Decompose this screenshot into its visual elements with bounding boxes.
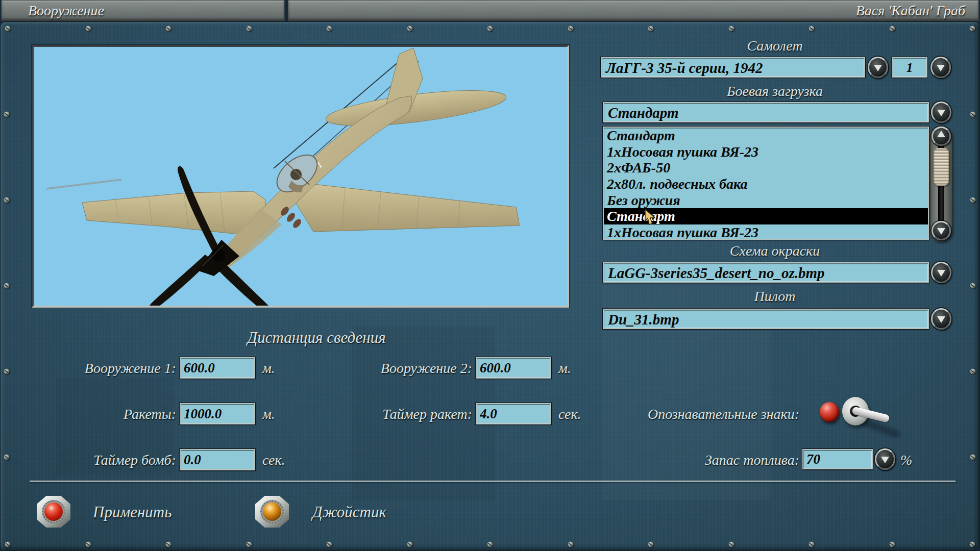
rivet-icon: [4, 283, 10, 289]
arrow-down-icon: [937, 110, 945, 120]
loadout-option[interactable]: Стандарт: [604, 128, 928, 144]
rivet-icon: [970, 112, 976, 117]
arrow-up-icon: [937, 131, 945, 137]
aircraft-preview: 1: [32, 45, 569, 308]
rivet-icon: [889, 26, 895, 32]
apply-button[interactable]: [37, 496, 70, 528]
weapon2-input[interactable]: [476, 357, 551, 379]
fuel-input[interactable]: [802, 449, 873, 469]
rockets-input[interactable]: [180, 403, 255, 424]
bomb-timer-label: Таймер бомб:: [31, 452, 176, 468]
scrollbar-thumb[interactable]: [934, 148, 949, 186]
pilot-name: Вася 'Кабан' Граб: [856, 3, 965, 19]
aircraft-section-label: Самолет: [747, 38, 802, 54]
weapon2-unit: м.: [558, 360, 571, 377]
scroll-down-button[interactable]: [932, 221, 951, 240]
pilot-section-label: Пилот: [754, 288, 796, 305]
arrow-down-icon: [874, 65, 882, 76]
loadout-options-list: Стандарт 1xНосовая пушка ВЯ-23 2xФАБ-50 …: [603, 127, 929, 240]
convergence-heading: Дистанция сведения: [247, 329, 385, 347]
rivet-icon: [970, 369, 976, 374]
rocket-timer-unit: сек.: [558, 406, 581, 422]
arrow-down-icon: [937, 65, 945, 76]
rivet-icon: [5, 542, 11, 547]
apply-button-label[interactable]: Применить: [93, 503, 172, 521]
rivet-icon: [85, 542, 91, 547]
rivet-icon: [970, 197, 976, 203]
fuel-unit: %: [900, 452, 912, 468]
loadout-select-arrow-button[interactable]: [931, 102, 951, 123]
loadout-option[interactable]: Без оружия: [604, 192, 928, 209]
arrow-down-icon: [937, 270, 945, 281]
arrow-down-icon: [937, 316, 945, 327]
rivet-icon: [327, 542, 332, 547]
pilot-select-arrow-button[interactable]: [931, 308, 951, 330]
rivet-icon: [809, 26, 815, 32]
rivet-icon: [407, 26, 412, 32]
aircraft-select[interactable]: ЛаГГ-3 35-й серии, 1942: [601, 57, 865, 78]
aircraft-image: 1: [34, 47, 567, 306]
weapon1-unit: м.: [262, 360, 275, 377]
rockets-unit: м.: [262, 406, 275, 422]
bomb-timer-input[interactable]: [180, 449, 255, 470]
rivet-icon: [4, 369, 10, 374]
loadout-select[interactable]: Стандарт: [603, 102, 929, 122]
loadout-section-label: Боевая загрузка: [727, 83, 823, 99]
rivet-icon: [4, 455, 10, 460]
weapon1-label: Вооружение 1:: [31, 360, 176, 377]
aircraft-select-arrow-button[interactable]: [868, 57, 888, 78]
fuel-label: Запас топлива:: [653, 452, 799, 468]
rivet-icon: [407, 542, 412, 547]
rivet-icon: [648, 26, 654, 32]
rivet-icon: [166, 542, 172, 547]
rockets-label: Ракеты:: [31, 406, 176, 422]
arrow-down-icon: [937, 228, 945, 239]
rivet-icon: [728, 26, 734, 32]
rivet-icon: [970, 283, 976, 289]
skin-select[interactable]: LaGG-3series35_desert_no_oz.bmp: [603, 262, 929, 283]
markings-indicator-lamp: [820, 402, 839, 422]
joystick-button[interactable]: [255, 496, 289, 528]
loadout-option[interactable]: 1xНосовая пушка ВЯ-23: [604, 144, 928, 160]
screen-title-plate: Вооружение: [1, 0, 285, 21]
red-button-icon: [44, 503, 63, 521]
rivet-icon: [4, 197, 10, 203]
rivet-icon: [85, 26, 91, 32]
rivet-icon: [568, 542, 573, 547]
weapon2-label: Вооружение 2:: [327, 360, 472, 377]
bomb-timer-unit: сек.: [262, 452, 285, 468]
weapon1-input[interactable]: [180, 357, 255, 379]
rivet-icon: [5, 26, 11, 32]
rivet-icon: [889, 542, 895, 547]
loadout-option-selected[interactable]: Стандарт: [604, 208, 928, 224]
rivet-icon: [487, 26, 493, 32]
pilot-name-plate: Вася 'Кабан' Граб: [288, 0, 979, 21]
rivet-icon: [487, 542, 493, 547]
rivet-icon: [970, 455, 976, 460]
rivet-icon: [327, 26, 332, 32]
rocket-timer-input[interactable]: [476, 403, 551, 424]
loadout-option[interactable]: 2x80л. подвесных бака: [604, 176, 928, 192]
rocket-timer-label: Таймер ракет:: [327, 406, 472, 422]
rivet-icon: [728, 542, 734, 547]
rivet-icon: [246, 26, 252, 32]
pilot-select[interactable]: Du_31.bmp: [603, 309, 929, 329]
loadout-option[interactable]: 2xФАБ-50: [604, 160, 928, 176]
skin-select-arrow-button[interactable]: [931, 262, 951, 283]
rivet-icon: [809, 542, 815, 547]
aircraft-count-field[interactable]: 1: [892, 57, 927, 78]
armament-screen: Вооружение Вася 'Кабан' Граб: [0, 0, 980, 551]
rivet-icon: [4, 112, 10, 117]
fuel-arrow-button[interactable]: [875, 448, 895, 470]
loadout-option[interactable]: 1xНосовая пушка ВЯ-23: [604, 224, 928, 240]
rivet-icon: [970, 542, 975, 547]
aircraft-count-arrow-button[interactable]: [930, 57, 951, 78]
markings-label: Опознавательные знаки:: [587, 406, 799, 422]
rivet-icon: [568, 26, 573, 32]
divider: [30, 481, 955, 482]
rivet-icon: [166, 26, 172, 32]
rivet-icon: [246, 542, 252, 547]
joystick-button-label[interactable]: Джойстик: [312, 503, 386, 521]
arrow-down-icon: [881, 457, 889, 467]
scroll-up-button[interactable]: [932, 127, 951, 146]
